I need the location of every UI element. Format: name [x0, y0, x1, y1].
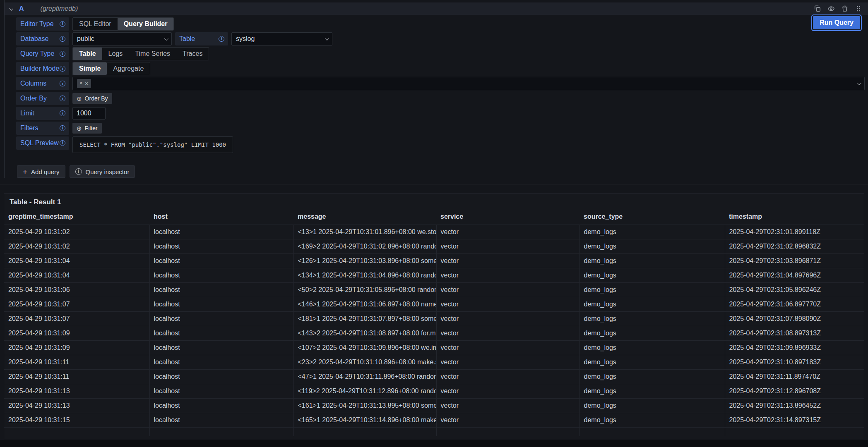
info-icon[interactable] — [60, 81, 65, 86]
table-cell: localhost — [149, 413, 293, 428]
info-icon[interactable] — [60, 21, 65, 27]
remove-chip-icon[interactable]: × — [85, 81, 88, 86]
table-cell: 2025-04-29T02:31:09.896933Z — [725, 341, 864, 355]
table-cell: vector — [436, 225, 579, 239]
query-ref-id: A — [19, 5, 24, 12]
table-cell: vector — [436, 326, 579, 341]
hide-response-eye-icon[interactable] — [827, 5, 835, 12]
section-divider — [0, 184, 868, 184]
radio-option-aggregate[interactable]: Aggregate — [107, 62, 150, 75]
filters-label: Filters — [16, 122, 69, 135]
info-icon[interactable] — [60, 36, 65, 42]
table-row: 2025-04-29 10:31:04localhost<126>1 2025-… — [4, 254, 864, 268]
info-icon[interactable] — [60, 140, 65, 146]
radio-option-time-series[interactable]: Time Series — [129, 48, 176, 60]
builder-mode-radio-group: SimpleAggregate — [72, 62, 150, 75]
table-cell: <107>2 2025-04-29T10:31:09.896+08:00 we.… — [293, 341, 436, 355]
datasource-name: (greptimedb) — [41, 5, 78, 12]
table-cell: 2025-04-29T02:31:12.896708Z — [725, 384, 864, 399]
column-header-greptime_timestamp[interactable]: greptime_timestamp — [4, 210, 149, 225]
table-cell: vector — [436, 254, 579, 268]
table-cell: demo_logs — [579, 370, 725, 384]
info-icon[interactable] — [219, 36, 224, 42]
query-type-label: Query Type — [16, 47, 69, 60]
table-cell: vector — [436, 384, 579, 399]
limit-row: Limit 1000 — [16, 107, 866, 120]
table-cell: <13>1 2025-04-29T10:31:01.896+08:00 we.s… — [293, 225, 436, 239]
editor-type-radio-group: SQL EditorQuery Builder — [72, 17, 174, 31]
database-select[interactable]: public — [72, 32, 172, 45]
drag-handle-icon[interactable] — [855, 5, 862, 12]
query-inspector-button[interactable]: Query inspector — [70, 165, 135, 178]
table-cell: demo_logs — [579, 239, 725, 254]
radio-option-sql-editor[interactable]: SQL Editor — [73, 18, 118, 30]
table-cell: 2025-04-29T02:31:03.896871Z — [725, 254, 864, 268]
table-cell: <50>2 2025-04-29T10:31:05.896+08:00 rand… — [293, 283, 436, 297]
table-cell: 2025-04-29T02:31:01.899118Z — [725, 225, 864, 239]
table-cell — [4, 428, 149, 436]
table-cell: 2025-04-29T02:31:14.897315Z — [725, 413, 864, 428]
column-header-timestamp[interactable]: timestamp — [725, 210, 864, 225]
table-cell: localhost — [149, 341, 293, 355]
table-cell: demo_logs — [579, 268, 725, 283]
table-cell: demo_logs — [579, 283, 725, 297]
duplicate-query-icon[interactable] — [814, 5, 821, 12]
columns-multiselect[interactable]: * × — [72, 77, 865, 90]
table-cell: <165>1 2025-04-29T10:31:14.896+08:00 mak… — [293, 413, 436, 428]
query-row-header[interactable]: A (greptimedb) — [5, 2, 868, 15]
column-header-message[interactable]: message — [293, 210, 436, 225]
column-header-service[interactable]: service — [436, 210, 579, 225]
column-header-host[interactable]: host — [149, 210, 293, 225]
table-cell: demo_logs — [579, 225, 725, 239]
plus-icon: + — [23, 168, 27, 176]
radio-option-simple[interactable]: Simple — [73, 62, 107, 75]
limit-input[interactable]: 1000 — [72, 107, 106, 120]
add-order-by-button[interactable]: ⊕ Order By — [72, 93, 112, 104]
table-cell: <119>2 2025-04-29T10:31:12.896+08:00 ran… — [293, 384, 436, 399]
radio-option-traces[interactable]: Traces — [176, 48, 209, 60]
info-icon[interactable] — [60, 66, 65, 72]
table-cell: localhost — [149, 326, 293, 341]
table-cell: <23>2 2025-04-29T10:31:10.896+08:00 make… — [293, 355, 436, 370]
chevron-down-icon — [164, 36, 168, 41]
table-cell — [149, 428, 293, 436]
add-filter-button[interactable]: ⊕ Filter — [72, 123, 102, 134]
radio-option-query-builder[interactable]: Query Builder — [118, 18, 174, 30]
filters-row: Filters ⊕ Filter — [16, 122, 866, 135]
table-cell: <47>1 2025-04-29T10:31:11.896+08:00 rand… — [293, 370, 436, 384]
collapse-chevron-icon[interactable] — [9, 6, 13, 10]
table-cell: localhost — [149, 239, 293, 254]
table-cell: 2025-04-29T02:31:04.897696Z — [725, 268, 864, 283]
editor-type-label: Editor Type — [16, 17, 69, 31]
table-row: 2025-04-29 10:31:13localhost<161>1 2025-… — [4, 399, 864, 413]
table-cell: localhost — [149, 283, 293, 297]
table-cell: 2025-04-29 10:31:11 — [4, 370, 149, 384]
info-icon[interactable] — [60, 125, 65, 131]
info-icon[interactable] — [60, 110, 65, 116]
table-cell: <143>2 2025-04-29T10:31:08.897+08:00 for… — [293, 326, 436, 341]
delete-query-trash-icon[interactable] — [841, 5, 849, 12]
run-query-button[interactable]: Run Query — [813, 16, 860, 29]
table-select[interactable]: syslog — [231, 32, 332, 45]
column-header-source_type[interactable]: source_type — [579, 210, 725, 225]
table-row: 2025-04-29 10:31:11localhost<23>2 2025-0… — [4, 355, 864, 370]
table-cell — [436, 428, 579, 436]
table-cell: vector — [436, 355, 579, 370]
table-cell: demo_logs — [579, 399, 725, 413]
add-query-button[interactable]: + Add query — [17, 165, 65, 178]
table-cell: demo_logs — [579, 413, 725, 428]
info-icon[interactable] — [60, 51, 65, 57]
result-table-header: greptime_timestamphostmessageservicesour… — [4, 210, 864, 225]
table-cell: localhost — [149, 384, 293, 399]
table-cell: 2025-04-29T02:31:05.896246Z — [725, 283, 864, 297]
table-cell: <134>1 2025-04-29T10:31:04.896+08:00 ran… — [293, 268, 436, 283]
table-cell: 2025-04-29 10:31:02 — [4, 239, 149, 254]
info-icon[interactable] — [60, 96, 65, 101]
table-cell: 2025-04-29 10:31:04 — [4, 268, 149, 283]
table-cell: demo_logs — [579, 297, 725, 312]
table-cell: <146>1 2025-04-29T10:31:06.897+08:00 nam… — [293, 297, 436, 312]
table-cell: localhost — [149, 312, 293, 326]
table-cell: demo_logs — [579, 355, 725, 370]
radio-option-logs[interactable]: Logs — [102, 48, 129, 60]
radio-option-table[interactable]: Table — [73, 48, 102, 60]
